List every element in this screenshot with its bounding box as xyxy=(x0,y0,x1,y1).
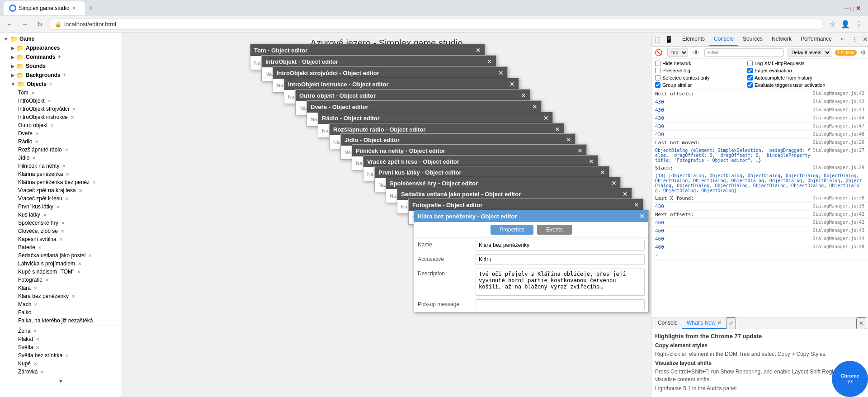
dialog-dvere-close[interactable]: ✕ xyxy=(532,103,538,110)
plakat-close[interactable]: ✕ xyxy=(36,337,39,342)
console-link-460-48[interactable]: DialogManager.js:48 xyxy=(813,244,864,249)
devtools-filter-input[interactable] xyxy=(704,48,784,57)
sidebar-object-sedacka[interactable]: Sedačka ustlaná jako postel ✕ xyxy=(14,251,122,260)
sidebar-object-outro[interactable]: Outro objekt ✕ xyxy=(14,121,122,129)
sidebar-object-zena[interactable]: Žena ✕ xyxy=(14,327,122,335)
devtools-tab-more[interactable]: » xyxy=(836,33,849,46)
jidlo-close[interactable]: ✕ xyxy=(32,156,36,161)
console-link-460-44[interactable]: DialogManager.js:44 xyxy=(813,236,864,241)
devtools-ban-button[interactable]: 🚫 xyxy=(653,47,664,57)
console-link-430-42[interactable]: DialogManager.js:42 xyxy=(813,99,864,104)
kupe-tom-close[interactable]: ✕ xyxy=(77,269,80,274)
dialog-introobjekt-header[interactable]: IntroObjekt - Object editor ✕ xyxy=(262,56,496,67)
dialog-introobjekt-instrukce-close[interactable]: ✕ xyxy=(509,80,515,88)
sidebar-object-klarrina-pen[interactable]: Klářina peněženka ✕ xyxy=(14,170,122,178)
sidebar-object-plakat[interactable]: Plakát ✕ xyxy=(14,335,122,343)
console-link-430-39[interactable]: DialogManager.js:39 xyxy=(813,203,864,208)
profile-button[interactable]: 👤 xyxy=(839,18,852,30)
evaluate-triggers-checkbox[interactable] xyxy=(747,82,753,88)
svetla-bez-close[interactable]: ✕ xyxy=(65,353,69,358)
dvere-close[interactable]: ✕ xyxy=(35,131,39,136)
minimize-button[interactable]: ─ xyxy=(844,5,849,12)
kapesni-close[interactable]: ✕ xyxy=(59,237,63,242)
checkbox-eager[interactable]: Eager evaluation xyxy=(747,68,838,73)
sidebar-root-game[interactable]: ▼ 📁 Game xyxy=(0,34,122,43)
devtools-tab-console[interactable]: Console xyxy=(709,33,738,46)
clovece-close[interactable]: ✕ xyxy=(61,229,64,234)
devtools-settings-button[interactable]: ⋮ xyxy=(850,34,859,44)
devtools-bottom-close-button[interactable]: ✕ xyxy=(856,317,866,329)
sidebar-object-lahvicka[interactable]: Lahvička s projímadlem ✕ xyxy=(14,260,122,268)
outro-close[interactable]: ✕ xyxy=(50,123,54,128)
rozsl-radio-close[interactable]: ✕ xyxy=(65,147,68,152)
console-link-last-x[interactable]: DialogManager.js:38 xyxy=(813,195,864,200)
dialog-radio-header[interactable]: Rádio - Object editor ✕ xyxy=(318,112,552,124)
checkbox-log-xml[interactable]: Log XMLHttpRequests xyxy=(747,61,838,66)
preserve-log-checkbox[interactable] xyxy=(655,68,660,73)
checkbox-hide-network[interactable]: Hide network xyxy=(655,61,745,66)
log-xml-checkbox[interactable] xyxy=(747,61,753,66)
sidebar-object-kus-latky[interactable]: Kus látky ✕ xyxy=(14,211,122,219)
dialog-klara-bez-close[interactable]: ✕ xyxy=(639,213,645,220)
name-input[interactable] xyxy=(476,240,645,250)
eager-checkbox[interactable] xyxy=(747,68,753,73)
kus-latky-close[interactable]: ✕ xyxy=(43,213,47,217)
devtools-tab-network[interactable]: Network xyxy=(767,33,796,46)
tab-close-button[interactable]: ✕ xyxy=(72,5,76,11)
dialog-vracec-lesu-close[interactable]: ✕ xyxy=(589,158,594,165)
sidebar-object-introobjekt[interactable]: IntroObjekt ✕ xyxy=(14,97,122,105)
introobjekt-strojvudci-close[interactable]: ✕ xyxy=(72,107,75,112)
sidebar-object-svetla-bez[interactable]: Světla bez stínítka ✕ xyxy=(14,351,122,359)
sidebar-object-falka[interactable]: Falka, na kterého již nezaštěká xyxy=(14,317,122,325)
address-bar[interactable]: 🔒 localhost/editor.html xyxy=(49,19,824,30)
sidebar-object-kapesni[interactable]: Kapesní svítilna ✕ xyxy=(14,235,122,243)
console-link-430-43[interactable]: DialogManager.js:43 xyxy=(813,107,864,112)
sidebar-object-zarovka[interactable]: Zárovka ✕ xyxy=(14,368,122,376)
spolecenske-close[interactable]: ✕ xyxy=(61,221,65,226)
console-link-460-42[interactable]: DialogManager.js:42 xyxy=(813,220,864,225)
sidebar-scroll-down[interactable]: ▼ xyxy=(0,376,122,386)
devtools-tab-elements[interactable]: Elements xyxy=(678,33,709,46)
close-window-button[interactable]: ✕ xyxy=(856,5,861,12)
console-link-next2[interactable]: DialogManager.js:42 xyxy=(813,212,864,217)
klarrina-pen-close[interactable]: ✕ xyxy=(66,172,69,177)
sidebar-object-baterie[interactable]: Baterie ✕ xyxy=(14,243,122,251)
sidebar-object-mach[interactable]: Mach ✕ xyxy=(14,300,122,308)
new-tab-button[interactable]: + xyxy=(89,4,94,13)
sidebar-object-klarrina-pen-bez[interactable]: Klářina peněženka bez peněz ✕ xyxy=(14,178,122,186)
sidebar-object-svetla[interactable]: Světla ✕ xyxy=(14,343,122,351)
tom-close-button[interactable]: ✕ xyxy=(31,90,35,95)
sidebar-object-kupe-tom[interactable]: Kupé s nápisem "TOM" ✕ xyxy=(14,268,122,276)
kupe-close[interactable]: ✕ xyxy=(33,361,37,366)
console-link-430-47[interactable]: DialogManager.js:47 xyxy=(813,123,864,128)
dialog-introobjekt-close[interactable]: ✕ xyxy=(487,58,492,65)
devtools-tab-sources[interactable]: Sources xyxy=(738,33,767,46)
dialog-tom-close[interactable]: ✕ xyxy=(476,47,481,54)
dialog-dvere-header[interactable]: Dveře - Object editor ✕ xyxy=(307,101,541,113)
klarrina-pen-bez-close[interactable]: ✕ xyxy=(92,180,96,185)
introobjekt-instrukce-close[interactable]: ✕ xyxy=(71,115,74,120)
description-input[interactable]: Tvé oči přejely z Klářina obličeje, přes… xyxy=(476,269,645,296)
pilnicek-close[interactable]: ✕ xyxy=(62,164,66,169)
console-link-obj1[interactable]: DialogManager.js:27 xyxy=(813,148,864,153)
bookmark-button[interactable]: ☆ xyxy=(827,18,837,30)
properties-button[interactable]: Properties xyxy=(491,225,533,235)
sedacka-close[interactable]: ✕ xyxy=(88,253,92,258)
console-link-430-48[interactable]: DialogManager.js:48 xyxy=(813,132,864,137)
dialog-introobjekt-strojvudci-header[interactable]: IntroObjekt strojvůdci - Object editor ✕ xyxy=(273,67,507,79)
sidebar-object-dvere[interactable]: Dveře ✕ xyxy=(14,129,122,137)
klara-close[interactable]: ✕ xyxy=(33,286,37,291)
maximize-button[interactable]: □ xyxy=(850,5,854,12)
prvni-kus-close[interactable]: ✕ xyxy=(56,204,60,209)
dialog-spolecenske-close[interactable]: ✕ xyxy=(611,180,617,187)
objects-add-button[interactable]: + xyxy=(49,81,52,87)
dialog-jidlo-close[interactable]: ✕ xyxy=(566,136,571,143)
lahvicka-close[interactable]: ✕ xyxy=(78,261,81,266)
sidebar-item-objects[interactable]: ▼ 📁 Objects + xyxy=(7,80,122,89)
group-similar-checkbox[interactable] xyxy=(655,82,660,88)
sidebar-object-klara[interactable]: Klára ✕ xyxy=(14,284,122,292)
sidebar-object-tom[interactable]: Tom ✕ xyxy=(14,89,122,97)
sidebar-object-clovece[interactable]: Člověče, zlob se ✕ xyxy=(14,227,122,235)
back-button[interactable]: ← xyxy=(4,19,15,30)
sidebar-object-pilnicek[interactable]: Pilníček na nehty ✕ xyxy=(14,162,122,170)
